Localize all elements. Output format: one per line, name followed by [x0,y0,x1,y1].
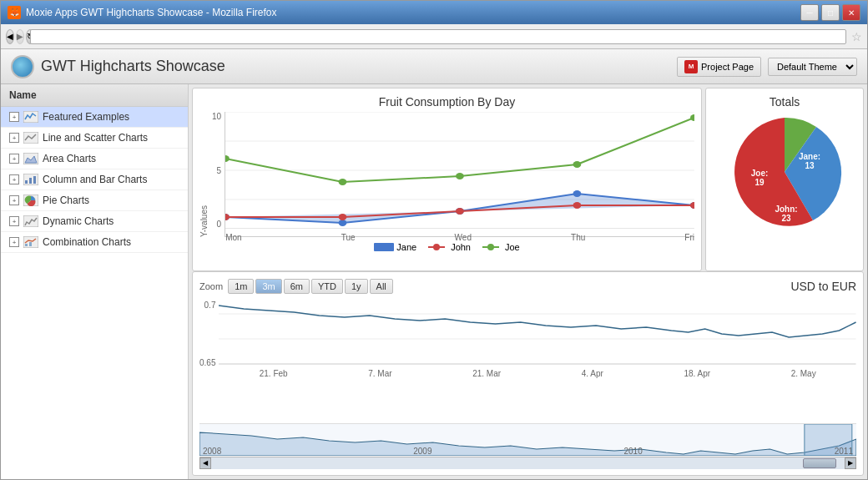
expand-icon-linescatter[interactable]: + [9,133,19,143]
line-chart-container: Fruit Consumption By Day Y-values 10 5 0 [192,88,702,271]
x-wed: Wed [455,233,472,242]
close-button[interactable]: ✕ [842,4,860,21]
line-chart-body: Y-values 10 5 0 [199,112,694,237]
linescatter-icon [23,132,38,144]
stock-y-axis: 0.7 0.65 [199,301,219,367]
y-tick-5v: 5 [212,166,221,175]
sidebar-label-area: Area Charts [43,153,96,164]
x-2may: 2. May [791,369,816,378]
x-mon: Mon [225,233,241,242]
x-thu: Thu [571,233,585,242]
svg-point-30 [225,155,230,162]
stock-scrollbar: ◀ ▶ [199,457,856,468]
zoom-6m[interactable]: 6m [284,279,310,294]
scroll-track[interactable] [211,457,845,469]
sidebar-item-area[interactable]: + Area Charts [1,149,188,169]
scroll-left-button[interactable]: ◀ [199,457,211,469]
svg-rect-12 [25,244,28,246]
zoom-3m[interactable]: 3m [255,279,281,294]
firefox-icon: 🦊 [8,6,21,19]
mini-navigator-chart: 2008 2009 2010 2011 [199,423,856,457]
stock-header: Zoom 1m 3m 6m YTD 1y All USD to EUR [199,279,856,294]
stock-x-axis: 21. Feb 7. Mar 21. Mar 4. Apr 18. Apr 2.… [219,368,856,378]
stock-y-065: 0.65 [199,358,215,367]
legend-john[interactable]: John [428,242,471,252]
pie-chart-title: Totals [770,95,800,109]
zoom-ytd[interactable]: YTD [311,279,343,294]
chart-area: Fruit Consumption By Day Y-values 10 5 0 [189,84,867,479]
window-controls[interactable]: ─ □ ✕ [800,4,860,21]
zoom-buttons: 1m 3m 6m YTD 1y All [228,279,393,294]
app-header: GWT Highcharts Showcase M Project Page D… [1,49,867,84]
y-tick-0: 0 [212,220,221,229]
sidebar-item-linescatter[interactable]: + Line and Scatter Charts [1,128,188,149]
combination-icon [23,236,38,248]
address-input[interactable]: http://www.moxiegroup.com/moxieapps/gwt-… [30,29,846,44]
sidebar-label-dynamic: Dynamic Charts [43,215,114,227]
zoom-controls: Zoom 1m 3m 6m YTD 1y All [199,279,393,294]
expand-icon-dynamic[interactable]: + [9,216,19,226]
chart-plot: Mon Tue Wed Thu Fri [225,112,694,237]
svg-rect-13 [29,242,32,246]
project-page-label: Project Page [701,62,754,72]
sidebar-item-featured[interactable]: + Featured Examples [1,107,188,128]
back-button[interactable]: ◀ [6,29,14,44]
expand-icon-combination[interactable]: + [9,237,19,247]
stock-plot-inner: 0.7 0.65 [199,297,856,423]
scroll-right-button[interactable]: ▶ [845,457,856,469]
pie-wrapper: Jane: 13 Joe: 19 John: 23 [726,114,843,230]
bookmark-icon[interactable]: ☆ [851,30,862,43]
svg-point-21 [339,220,347,226]
forward-button[interactable]: ▶ [16,29,24,44]
legend-jane-color [374,243,394,251]
scroll-thumb[interactable] [803,458,836,468]
sidebar-label-pie: Pie Charts [43,195,89,206]
x-21feb: 21. Feb [260,369,288,378]
svg-marker-44 [199,432,856,456]
expand-icon-area[interactable]: + [9,154,19,164]
svg-rect-7 [33,176,36,184]
sidebar-label-combination: Combination Charts [43,236,131,248]
nav-back-icon[interactable]: ◀ ▶ ↻ [6,31,21,43]
expand-icon-pie[interactable]: + [9,195,19,205]
pie-icon [23,195,38,206]
zoom-all[interactable]: All [370,279,393,294]
legend-jane[interactable]: Jane [374,242,416,252]
zoom-1y[interactable]: 1y [345,279,368,294]
window-title: Moxie Apps GWT Highcharts Showcase - Moz… [26,7,277,18]
svg-text:23: 23 [781,214,791,223]
sidebar-item-combination[interactable]: + Combination Charts [1,232,188,253]
legend-joe[interactable]: Joe [482,242,520,252]
svg-point-26 [339,214,347,220]
project-page-button[interactable]: M Project Page [677,57,761,77]
zoom-1m[interactable]: 1m [228,279,254,294]
legend-john-line [428,246,445,248]
legend-joe-line [482,246,499,248]
chart-legend: Jane John Joe [199,242,694,252]
svg-rect-6 [29,178,32,184]
logo-icon [11,55,34,78]
svg-point-23 [573,190,582,197]
legend-john-label: John [451,242,471,252]
theme-select[interactable]: Default Theme Dark Theme [768,58,857,76]
svg-point-27 [456,208,464,215]
header-right: M Project Page Default Theme Dark Theme [677,57,857,77]
minimize-button[interactable]: ─ [800,4,819,21]
app-logo: GWT Highcharts Showcase [11,55,225,78]
maximize-button[interactable]: □ [821,4,840,21]
sidebar-item-dynamic[interactable]: + Dynamic Charts [1,211,188,232]
x-18apr: 18. Apr [684,369,710,378]
expand-icon-columnbar[interactable]: + [9,174,19,184]
sidebar-label-columnbar: Column and Bar Charts [43,174,147,185]
stock-y-07: 0.7 [199,301,215,310]
svg-point-33 [573,161,582,168]
address-bar: ◀ ▶ ↻ http://www.moxiegroup.com/moxieapp… [1,24,867,49]
svg-text:Joe:: Joe: [751,169,769,178]
sidebar-item-pie[interactable]: + Pie Charts [1,190,188,211]
sidebar-item-columnbar[interactable]: + Column and Bar Charts [1,169,188,190]
stock-chart-container: Zoom 1m 3m 6m YTD 1y All USD to EUR [192,271,864,476]
svg-point-31 [339,179,347,185]
year-2011: 2011 [835,447,853,456]
x-21mar: 21. Mar [472,369,501,378]
expand-icon-featured[interactable]: + [9,112,19,122]
